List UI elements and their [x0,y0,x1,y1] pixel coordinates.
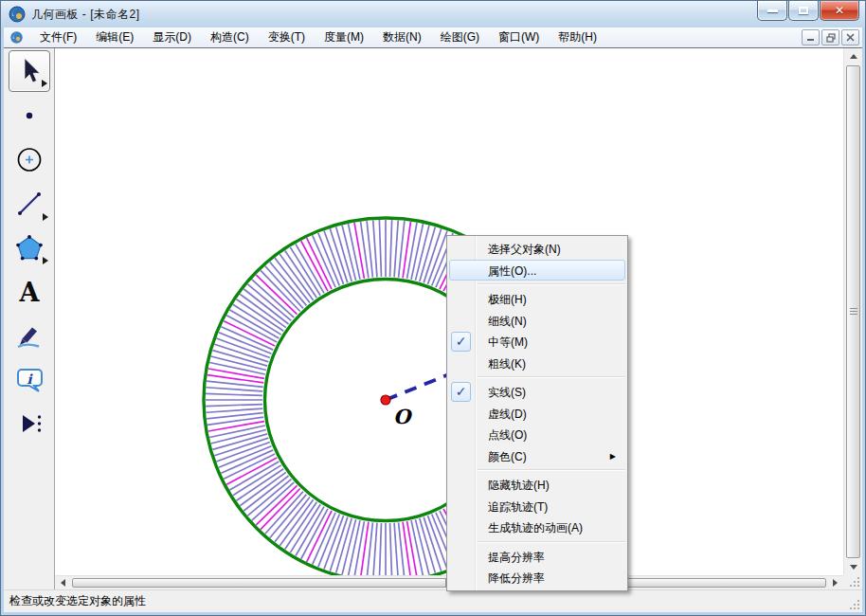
checkmark-icon: ✓ [451,332,471,352]
flyout-arrow-icon [43,257,48,264]
context-menu-item-line-medium[interactable]: ✓中等(M) [449,331,625,353]
menubar-item-construct[interactable]: 构造(C) [201,27,259,47]
point-tool[interactable] [9,95,50,136]
maximize-button[interactable] [788,1,819,21]
menu-item-label: 提高分辨率 [488,551,545,564]
polygon-tool[interactable] [9,226,50,268]
child-minimize-button[interactable] [802,29,820,45]
menubar-item-measure[interactable]: 度量(M) [315,27,373,47]
restore-icon [826,33,836,43]
menubar-item-graph[interactable]: 绘图(G) [431,27,489,47]
context-menu-item-line-hairline[interactable]: 极细(H) [449,288,625,310]
menu-separator [478,283,625,284]
close-button[interactable]: ✕ [820,1,859,21]
maximize-icon [799,7,808,14]
segment-icon [12,187,46,221]
menu-item-label: 颜色(C) [488,450,527,463]
menu-item-label: 虚线(D) [488,408,527,421]
menu-item-label: 细线(N) [488,315,527,328]
hatch-line [373,220,377,277]
hatch-line-accent [224,321,275,346]
letter-a-icon: A [12,275,46,309]
selection-arrow-tool[interactable] [9,50,50,92]
hatch-line [224,454,275,479]
minimize-button[interactable] [757,1,787,21]
hatch-line-accent [307,238,332,289]
text-tool[interactable]: A [9,271,50,313]
menubar-items: 文件(F)编辑(E)显示(D)构造(C)变换(T)度量(M)数据(N)绘图(G)… [30,27,606,47]
context-menu-item-trace-locus[interactable]: 追踪轨迹(T) [449,496,625,517]
child-window-controls [800,29,859,45]
hatch-line [206,388,262,391]
hatch-line [394,523,398,575]
context-menu-item-animate-locus[interactable]: 生成轨迹的动画(A) [449,516,625,538]
info-bubble-icon: i [12,363,46,397]
straightedge-tool[interactable] [9,183,50,225]
menu-separator [478,469,625,470]
compass-tool[interactable] [9,138,50,180]
scrollbar-corner [843,575,862,589]
information-tool[interactable]: i [9,359,50,401]
menu-item-label: 隐藏轨迹(H) [488,479,550,492]
menubar-item-display[interactable]: 显示(D) [143,27,201,47]
hatch-line [379,523,381,575]
context-menu-item-color[interactable]: 颜色(C)▶ [449,445,625,467]
marker-tool[interactable] [9,315,50,356]
vertical-scrollbar-thumb[interactable] [846,65,860,558]
context-menu-item-style-solid[interactable]: ✓实线(S) [449,381,625,403]
resize-grip-icon [849,599,860,610]
context-menu-item-style-dashed[interactable]: 虚线(D) [449,403,625,425]
context-menu-item-properties[interactable]: 属性(O)... [449,260,625,281]
context-menu-item-increase-resolution[interactable]: 提高分辨率 [449,546,625,568]
main-area: Ai O [4,48,862,589]
flyout-arrow-icon [43,213,48,221]
vertical-scrollbar[interactable] [843,48,862,575]
context-menu-item-line-thin[interactable]: 细线(N) [449,310,625,332]
flyout-arrow-icon [42,80,47,87]
play-arrow-icon [12,407,46,441]
center-point[interactable] [381,395,390,405]
menu-separator [478,376,625,377]
hatch-line [206,405,262,407]
hatch-line [394,220,398,277]
scroll-up-button[interactable] [844,48,862,64]
menubar-item-window[interactable]: 窗口(W) [489,27,549,47]
hatch-line-accent [354,223,364,279]
child-close-button[interactable] [841,29,859,45]
context-menu-item-hide-locus[interactable]: 隐藏轨迹(H) [449,474,625,496]
menubar-item-data[interactable]: 数据(N) [373,27,431,47]
menubar-item-edit[interactable]: 编辑(E) [86,27,143,47]
resize-grip-icon [849,576,860,588]
hatch-line-accent [307,511,332,562]
menu-item-label: 追踪轨迹(T) [488,500,548,514]
scroll-down-button[interactable] [844,559,862,575]
pentagon-icon [12,230,46,264]
menubar-item-help[interactable]: 帮助(H) [549,27,606,47]
context-menu-item-style-dotted[interactable]: 点线(O) [449,424,625,445]
custom-tool[interactable] [9,403,50,444]
menubar-item-transform[interactable]: 变换(T) [259,27,315,47]
child-restore-button[interactable] [821,29,839,45]
hatch-line [390,523,392,575]
marker-pen-icon [12,318,46,353]
window-title: 几何画板 - [未命名2] [31,7,140,23]
hatch-line-accent [208,422,264,431]
close-icon: ✕ [835,5,844,16]
context-menu: 选择父对象(N)属性(O)...极细(H)细线(N)✓中等(M)粗线(K)✓实线… [446,235,628,591]
thumb-grip [850,308,857,316]
svg-text:A: A [19,278,41,307]
app-window: 几何画板 - [未命名2] ✕ 文件(F)编辑(E)显示(D)构造(C)变换(T… [0,0,866,616]
arrow-down-icon [850,565,857,570]
point-label[interactable]: O [393,405,413,428]
context-menu-item-decrease-resolution[interactable]: 降低分辨率 [449,567,625,589]
app-icon [9,6,26,23]
hatch-line [373,523,377,575]
context-menu-item-select-parents[interactable]: 选择父对象(N) [449,238,625,260]
menu-item-label: 生成轨迹的动画(A) [488,521,583,534]
menubar-item-file[interactable]: 文件(F) [30,27,86,47]
hatch-line [379,220,381,277]
circle-icon [12,142,46,176]
scroll-left-button[interactable] [55,576,71,589]
context-menu-item-line-thick[interactable]: 粗线(K) [449,353,625,374]
scroll-right-button[interactable] [827,576,843,589]
